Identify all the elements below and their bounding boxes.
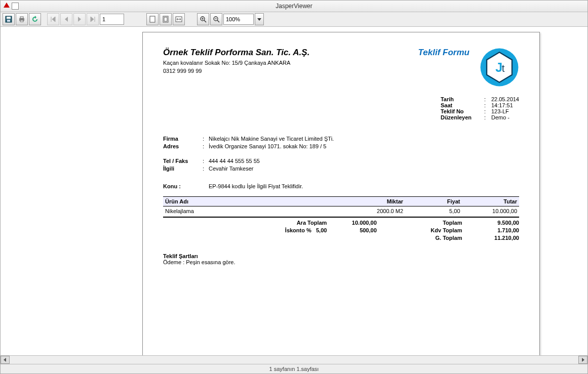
company-address-2: 0312 999 99 99 [163,68,418,74]
company-name: Örnek Teklif Porforma San. Tic. A.Ş. [163,48,418,58]
svg-rect-1 [7,17,11,19]
contact-value: Cevahir Tamkeser [209,165,253,172]
report-viewport[interactable]: Örnek Teklif Porforma San. Tic. A.Ş. Kaç… [1,27,587,355]
cell-qty: 2000.0 M2 [341,206,406,216]
meta-offer-no-value: 123-LF [491,108,509,114]
firm-value: Nikelajcı Nik Makine Sanayi ve Ticaret L… [209,136,334,142]
grand-total-label: G. Toplam [377,235,462,241]
total-label: Toplam [377,220,462,226]
fit-actual-button[interactable] [146,13,159,25]
discount-label: İskonto % [285,227,311,233]
meta-preparer-label: Düzenleyen [441,114,484,120]
last-page-button[interactable] [87,13,99,25]
terms-line-1: Ödeme : Peşin esasına göre. [163,259,519,265]
subtotal-label: Ara Toplam [163,220,327,226]
meta-preparer-value: Demo - [491,114,509,120]
next-page-button[interactable] [73,13,86,25]
horizontal-scrollbar[interactable] [1,355,587,364]
discount-value: 500,00 [327,227,376,233]
report-page: Örnek Teklif Porforma San. Tic. A.Ş. Kaç… [142,32,540,355]
firm-label: Firma [163,136,203,142]
chevron-down-icon [257,18,261,21]
contact-label: İlgili [163,165,203,172]
col-product: Ürün Adı [163,197,341,206]
zoom-out-button[interactable] [210,13,222,25]
subtotal-value: 10.000,00 [327,220,376,226]
company-address-1: Kaçan kovalanır Sokak No: 15/9 Çankaya A… [163,60,418,66]
vat-value: 1.710,00 [462,227,519,233]
svg-rect-5 [20,20,23,22]
svg-text:t: t [502,63,505,74]
items-table: Ürün Adı Miktar Fiyat Tutar Nikelajlama … [163,196,519,216]
col-price: Fiyat [405,197,462,206]
subject-value: EP-9844 kodlu İşle İlgili Fiyat Teklifid… [209,183,303,189]
cell-name: Nikelajlama [163,206,341,216]
cell-total: 10.000,00 [462,206,519,216]
telfax-value: 444 44 44 555 55 55 [209,158,260,164]
meta-time-value: 14:17:51 [491,102,513,108]
address-label: Adres [163,143,203,149]
cell-price: 5,00 [405,206,462,216]
address-value: İvedik Organize Sanayi 1071. sokak No: 1… [209,143,326,149]
meta-time-label: Saat [441,102,484,108]
meta-offer-no-label: Teklif No [441,108,484,114]
first-page-button[interactable] [47,13,59,25]
meta-date-value: 22.05.2014 [491,96,519,102]
svg-line-11 [204,20,206,22]
fit-width-button[interactable] [173,13,185,25]
svg-rect-2 [7,20,10,22]
col-total: Tutar [462,197,519,206]
toolbar [1,12,587,27]
svg-rect-6 [150,16,155,22]
print-button[interactable] [16,13,28,25]
zoom-in-button[interactable] [197,13,209,25]
zoom-input[interactable] [223,14,254,25]
telfax-label: Tel / Faks [163,158,203,164]
save-button[interactable] [3,13,15,25]
fit-page-button[interactable] [160,13,172,25]
grand-total-value: 11.210,00 [462,235,519,241]
app-window: JasperViewer Örnek Teklif Po [0,0,588,374]
window-title: JasperViewer [1,3,587,10]
page-number-input[interactable] [100,14,124,25]
total-value: 9.500,00 [462,220,519,226]
form-title: Teklif Formu [418,48,469,58]
svg-rect-4 [20,17,23,18]
status-bar: 1 sayfanın 1.sayfası [1,364,587,373]
discount-pct: 5,00 [316,227,327,233]
table-row: Nikelajlama 2000.0 M2 5,00 10.000,00 [163,206,519,216]
svg-line-15 [217,20,219,22]
vat-label: Kdv Toplam [377,227,462,233]
prev-page-button[interactable] [60,13,72,25]
scroll-right-button[interactable] [578,356,587,364]
titlebar: JasperViewer [1,1,587,12]
company-logo-icon: J t [480,48,519,87]
reload-button[interactable] [29,13,41,25]
subject-label: Konu : [163,183,203,189]
terms-heading: Teklif Şartları [163,253,519,259]
col-qty: Miktar [341,197,406,206]
meta-date-label: Tarih [441,96,484,102]
scroll-left-button[interactable] [1,356,10,364]
zoom-dropdown-button[interactable] [255,13,264,25]
